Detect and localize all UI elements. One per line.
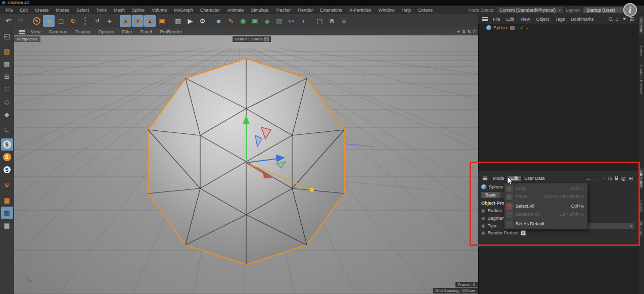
workplane-mode-button[interactable]: ⊞ (1, 70, 13, 82)
pan-view-icon[interactable]: + (457, 29, 459, 34)
camera-button[interactable]: ⊚ (326, 15, 338, 27)
sphere-object-icon[interactable] (486, 25, 491, 30)
live-selection-button[interactable]: ↖ (31, 15, 42, 27)
last-tool-button[interactable]: ↺ (91, 15, 103, 27)
rotate-tool-button[interactable]: ↻ (67, 15, 79, 27)
render-settings-button[interactable]: ⚙ (197, 15, 208, 27)
coord-system-button[interactable]: ▣ (156, 15, 168, 27)
menu-spline[interactable]: Spline (128, 8, 148, 13)
render-picture-viewer-button[interactable]: ▶ (185, 15, 196, 27)
environment-button[interactable]: ▤ (314, 15, 326, 27)
spline-pen-button[interactable]: ✎ (225, 15, 237, 27)
menu-render[interactable]: Render (294, 8, 316, 13)
menu-select[interactable]: Select (73, 8, 93, 13)
maximize-view-icon[interactable]: □ (474, 29, 476, 34)
magnet-button[interactable]: ∪ (1, 179, 13, 191)
dynamic-grid-button[interactable]: ▦ (1, 219, 13, 231)
menu-extensions[interactable]: Extensions (316, 8, 346, 13)
menu-help[interactable]: Help (398, 8, 415, 13)
tab-takes[interactable]: Takes (639, 45, 643, 56)
vp-menu-cameras[interactable]: Cameras (44, 29, 71, 34)
light-button[interactable]: ○ (338, 15, 350, 27)
vp-menu-view[interactable]: View (27, 29, 44, 34)
volume-button[interactable]: ▦ (273, 15, 285, 27)
workplane-lock-button[interactable]: ▦ (1, 207, 13, 219)
om-menu-edit[interactable]: Edit (503, 17, 518, 22)
snap-enable-button[interactable]: S (1, 138, 13, 151)
make-editable-button[interactable]: ◱ (1, 30, 13, 42)
quantize-button[interactable]: ▦ (1, 194, 13, 206)
axis-move-button[interactable]: + (104, 15, 115, 27)
radius-handle[interactable] (309, 187, 314, 192)
edges-mode-button[interactable]: ◇ (1, 95, 13, 108)
vp-menu-prorender[interactable]: ProRender (156, 29, 186, 34)
menu-edit[interactable]: Edit (17, 8, 32, 13)
menu-create[interactable]: Create (31, 8, 52, 13)
vp-menu-filter[interactable]: Filter (118, 29, 136, 34)
deformers-button[interactable]: ◈ (261, 15, 273, 27)
spline-objects-button[interactable]: ◗ (298, 15, 309, 27)
menu-window[interactable]: Window (375, 8, 398, 13)
model-mode-button[interactable]: ▧ (1, 45, 13, 57)
render-view-button[interactable]: ▦ (172, 15, 184, 27)
filter-icon[interactable] (622, 18, 626, 20)
menu-volume[interactable]: Volume (148, 8, 170, 13)
orbit-view-icon[interactable]: ↻ (468, 29, 472, 34)
menu-tools[interactable]: Tools (93, 8, 110, 13)
move-tool-button[interactable]: + (43, 15, 55, 27)
view-label[interactable]: Perspective (14, 36, 40, 42)
add-panel-icon[interactable]: ⊞ (630, 16, 634, 22)
om-menu-tags[interactable]: Tags (552, 17, 568, 22)
menu-animate[interactable]: Animate (223, 8, 247, 13)
camera-label[interactable]: Default Camera (233, 36, 271, 42)
menu-simulate[interactable]: Simulate (247, 8, 272, 13)
camera-toggle-icon[interactable] (264, 37, 269, 41)
vp-menu-display[interactable]: Display (71, 29, 95, 34)
om-menu-bookmarks[interactable]: Bookmarks (568, 17, 596, 22)
lock-y-button[interactable]: Y (132, 15, 144, 27)
snap-2d-button[interactable]: S (1, 164, 13, 176)
om-menu-view[interactable]: View (517, 17, 533, 22)
menu-modes[interactable]: Modes (52, 8, 73, 13)
lock-z-button[interactable]: Z (144, 15, 156, 27)
editor-render-dots-icon[interactable]: ∶ (517, 26, 518, 30)
search-icon[interactable] (609, 17, 612, 21)
undo-button[interactable]: ↶ (3, 15, 14, 27)
menu-file[interactable]: File (2, 8, 17, 13)
node-space-select[interactable]: Current (Standard/Physical) ∨ (497, 7, 563, 13)
psr-record-button[interactable]: PSR (79, 15, 91, 27)
menu-octane[interactable]: Octane (415, 8, 436, 13)
menu-xparticles[interactable]: X-Particles (346, 8, 375, 13)
object-name[interactable]: Sphere (493, 25, 508, 30)
dolly-view-icon[interactable]: ⇕ (462, 29, 466, 34)
objects-menu-icon[interactable] (482, 19, 488, 20)
axis-mode-button[interactable]: ∟ (1, 123, 13, 135)
enabled-check-icon[interactable]: ✓ (520, 25, 524, 30)
menu-mesh[interactable]: Mesh (110, 8, 128, 13)
generators-button[interactable]: ▣ (249, 15, 261, 27)
snap-3d-button[interactable]: S (1, 151, 13, 163)
object-tree-row-sphere[interactable]: └ Sphere ∶ ✓ ∷ (478, 24, 638, 32)
om-menu-file[interactable]: File (490, 17, 503, 22)
tab-content-browser[interactable]: Content Browser (639, 65, 643, 95)
texture-mode-button[interactable]: ▩ (1, 58, 13, 70)
lock-x-button[interactable]: X (120, 15, 131, 27)
menu-mograph[interactable]: MoGraph (170, 8, 197, 13)
om-menu-object[interactable]: Object (533, 17, 552, 22)
fields-button[interactable]: ↦ (286, 15, 297, 27)
vp-menu-options[interactable]: Options (94, 29, 118, 34)
add-cube-button[interactable]: ■ (213, 15, 224, 27)
subdivision-surface-button[interactable]: ◉ (237, 15, 249, 27)
visibility-toggle-icon[interactable] (510, 26, 515, 30)
scale-tool-button[interactable]: □ (55, 15, 67, 27)
menu-tracker[interactable]: Tracker (272, 8, 294, 13)
tab-objects[interactable]: Objects (639, 16, 643, 34)
points-mode-button[interactable]: ∷ (1, 83, 13, 95)
redo-button[interactable]: ↷ (15, 15, 26, 27)
menu-character[interactable]: Character (197, 8, 224, 13)
home-icon[interactable]: ⌂ (616, 16, 619, 22)
viewport[interactable]: View Cameras Display Options Filter Pane… (14, 28, 478, 294)
vp-menu-panel[interactable]: Panel (136, 29, 156, 34)
info-icon[interactable]: i (623, 3, 637, 17)
viewport-menu-icon[interactable] (19, 31, 25, 32)
